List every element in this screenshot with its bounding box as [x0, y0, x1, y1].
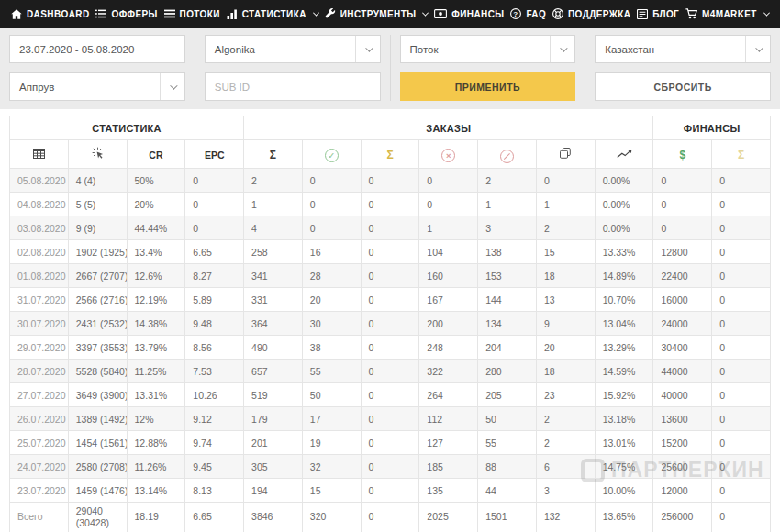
cell-orders-total: 1 — [244, 193, 303, 216]
home-icon — [11, 9, 22, 19]
cell-orders-total: 194 — [244, 479, 303, 503]
cell-orders-approved: 16 — [302, 240, 361, 264]
cell-orders-rejected: 127 — [419, 431, 478, 455]
cell-epc: 7.53 — [185, 360, 244, 383]
nav-item-statistics[interactable]: СТАТИСТИКА — [227, 9, 318, 19]
cell-cr: 12.6% — [127, 264, 185, 288]
cell-orders-approved: 32 — [302, 455, 361, 479]
cell-orders-rejected: 112 — [419, 407, 478, 431]
question-icon: ? — [510, 8, 521, 19]
cell-orders-total: 2 — [244, 169, 303, 193]
nav-item-support[interactable]: ПОДДЕРЖКА — [552, 8, 630, 19]
cell-orders-approved: 0 — [302, 169, 361, 193]
col-header-money-approved: $ — [653, 140, 712, 169]
cell-money-hold: 0 — [712, 193, 771, 216]
nav-item-blog[interactable]: БЛОГ — [637, 9, 679, 19]
cell-orders-doubles: 1 — [536, 193, 595, 216]
sub-id-field[interactable] — [206, 73, 380, 100]
cell-orders-approved: 38 — [302, 336, 361, 360]
nav-item-offers[interactable]: ОФФЕРЫ — [95, 9, 157, 19]
geo-select[interactable]: Казахстан — [595, 35, 771, 63]
cell-cr: 12.88% — [127, 431, 185, 455]
nav-item-label: M4MARKET — [702, 9, 757, 19]
date-range-value[interactable] — [10, 36, 184, 62]
cell-money-approved: 0 — [653, 193, 712, 216]
cell-orders-trash: 205 — [478, 383, 537, 407]
cell-orders-approved: 20 — [302, 288, 361, 312]
offer-select[interactable]: Algonika — [205, 35, 381, 63]
cell-epc: 8.27 — [185, 264, 244, 288]
table-row: 30.07.20202431 (2532)14.38%9.48364300200… — [10, 312, 771, 336]
cell-orders-rejected: 0 — [419, 193, 478, 216]
nav-item-tools[interactable]: ИНСТРУМЕНТЫ — [325, 8, 429, 19]
total-cell-orders-approved: 320 — [302, 503, 361, 532]
cell-orders-trash: 1 — [478, 193, 537, 216]
cell-cr: 13.14% — [127, 479, 185, 503]
cell-money-hold: 0 — [712, 169, 771, 193]
chevron-down-icon — [160, 73, 184, 100]
cell-orders-trash: 134 — [478, 312, 537, 336]
total-row: Всего29040 (30428)18.196.653846320020251… — [10, 503, 771, 532]
cell-approve-rate: 13.29% — [595, 336, 653, 360]
geo-select-value: Казахстан — [596, 44, 745, 55]
nav-item-faq[interactable]: ?FAQ — [510, 8, 546, 19]
table-row: 29.07.20203397 (3553)13.79%8.56490380248… — [10, 336, 771, 360]
approve-select[interactable]: Аппрув — [9, 72, 185, 101]
col-header-money-hold: Σ — [712, 140, 771, 169]
col-header-label: EPC — [205, 150, 225, 161]
stream-select[interactable]: Поток — [400, 35, 576, 63]
cell-money-approved: 24000 — [653, 312, 712, 336]
cell-cr: 13.4% — [127, 240, 185, 264]
cell-orders-rejected: 104 — [419, 240, 478, 264]
apply-button[interactable]: ПРИМЕНИТЬ — [400, 72, 576, 101]
cell-orders-approved: 0 — [302, 216, 361, 240]
cell-orders-rejected: 0 — [419, 169, 478, 193]
cell-clicks: 1902 (1925) — [68, 240, 127, 264]
cell-clicks: 1459 (1476) — [68, 479, 127, 503]
cell-orders-doubles: 23 — [536, 383, 595, 407]
cell-orders-rejected: 1 — [419, 216, 478, 240]
support-icon — [552, 8, 563, 19]
cell-date: 26.07.2020 — [10, 407, 69, 431]
col-header-clicks — [68, 140, 127, 169]
cell-money-approved: 0 — [653, 216, 712, 240]
cell-orders-rejected: 200 — [419, 312, 478, 336]
cell-clicks: 5528 (5840) — [68, 360, 127, 383]
group-header-row: СТАТИСТИКАЗАКАЗЫФИНАНСЫ — [10, 116, 771, 140]
cell-orders-approved: 55 — [302, 360, 361, 383]
reset-button[interactable]: СБРОСИТЬ — [595, 72, 771, 101]
cell-money-hold: 0 — [712, 216, 771, 240]
chevron-down-icon — [550, 36, 574, 62]
nav-item-m4market[interactable]: M4MARKET — [685, 8, 769, 19]
nav-item-finances[interactable]: ФИНАНСЫ — [434, 9, 504, 19]
stats-table: СТАТИСТИКАЗАКАЗЫФИНАНСЫ CREPCΣ✓Σ×$Σ 05.0… — [9, 116, 771, 532]
cell-money-hold: 0 — [712, 288, 771, 312]
table-row: 01.08.20202667 (2707)12.6%8.273412801601… — [10, 264, 771, 288]
cell-approve-rate: 14.59% — [595, 360, 653, 383]
cell-approve-rate: 10.70% — [595, 288, 653, 312]
filters-panel: Аппрув Algonika Поток ПРИМЕНИТЬ Казахста… — [0, 28, 780, 109]
date-range-input[interactable] — [9, 35, 185, 63]
group-header-statistics: СТАТИСТИКА — [10, 116, 244, 140]
cell-epc: 8.56 — [185, 336, 244, 360]
nav-item-dashboard[interactable]: DASHBOARD — [11, 9, 90, 19]
cell-orders-approved: 17 — [302, 407, 361, 431]
cell-orders-total: 519 — [244, 383, 303, 407]
stats-chart-icon — [227, 9, 238, 19]
nav-item-label: ПОДДЕРЖКА — [568, 9, 630, 19]
cell-orders-total: 657 — [244, 360, 303, 383]
sub-id-input[interactable] — [205, 72, 381, 101]
column-header-row: CREPCΣ✓Σ×$Σ — [10, 140, 771, 169]
cell-approve-rate: 14.89% — [595, 264, 653, 288]
cell-orders-rejected: 160 — [419, 264, 478, 288]
col-header-orders-rejected: × — [419, 140, 478, 169]
cell-date: 23.07.2020 — [10, 479, 69, 503]
cell-orders-approved: 0 — [302, 193, 361, 216]
cell-cr: 20% — [127, 193, 185, 216]
total-cell-orders-trash: 1501 — [478, 503, 537, 532]
cell-orders-hold: 0 — [361, 240, 419, 264]
cell-clicks: 5 (5) — [68, 193, 127, 216]
cell-cr: 44.44% — [127, 216, 185, 240]
cell-orders-total: 364 — [244, 312, 303, 336]
nav-item-streams[interactable]: ПОТОКИ — [164, 9, 220, 19]
